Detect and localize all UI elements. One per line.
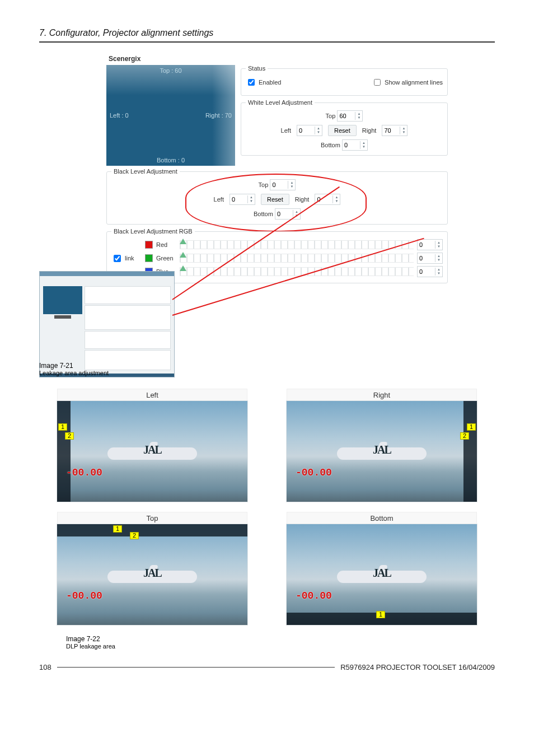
preview-bottom-label: Bottom : 0 [157,157,185,164]
leakage-left-cell: Left 1 2 JAL -00.00 [57,389,247,502]
black-level-rgb-legend: Black Level Adjustment RGB [111,228,195,235]
spinner-updown-icon[interactable]: ▲▼ [315,127,322,134]
scenergix-preview: Top : 60 Left : 0 Right : 70 Bottom : 0 [106,65,235,166]
page-section-header: 7. Configurator, Projector alignment set… [39,28,495,43]
marker-2: 2 [130,532,139,539]
white-top-input[interactable] [338,111,355,120]
black-left-spinner[interactable]: ▲▼ [229,194,255,205]
scenergix-panel: Scenergix Top : 60 Left : 0 Right : 70 B… [106,53,448,287]
spinner-updown-icon[interactable]: ▲▼ [247,195,255,203]
leakage-top-cell: Top 1 2 JAL -00.00 [57,512,247,625]
leakage-right-image: 1 2 JAL -00.00 [287,401,477,502]
black-right-label: Right [295,196,310,203]
leakage-left-title: Left [57,389,247,401]
black-bottom-spinner[interactable]: ▲▼ [275,208,301,220]
white-top-spinner[interactable]: ▲▼ [337,110,363,122]
spinner-updown-icon[interactable]: ▲▼ [400,127,407,134]
white-right-input[interactable] [382,126,400,135]
figure-7-22-text: DLP leakage area [66,643,495,650]
time-text: -00.00 [296,467,332,478]
spinner-updown-icon[interactable]: ▲▼ [435,254,442,262]
blue-value-input[interactable] [418,267,435,276]
marker-1: 1 [376,611,385,618]
mini-ctrl-3 [85,331,171,349]
doc-id: R5976924 PROJECTOR TOOLSET 16/04/2009 [340,663,495,671]
red-slider[interactable] [180,240,414,249]
white-level-fieldset: White Level Adjustment Top ▲▼ Left [241,99,448,156]
figure-7-21-id: Image 7-21 [39,362,109,370]
preview-top-label: Top : 60 [160,67,181,74]
mini-ctrl-2 [85,305,171,330]
black-bottom-input[interactable] [275,209,293,218]
white-bottom-spinner[interactable]: ▲▼ [342,139,368,151]
leakage-bottom-cell: Bottom 1 JAL -00.00 [287,512,477,625]
figure-7-22: Left 1 2 JAL -00.00 Right 1 2 JAL [39,389,495,625]
white-right-spinner[interactable]: ▲▼ [382,125,407,136]
link-checkbox-label: link [125,255,134,262]
status-fieldset: Status Enabled Show alignment lines [241,65,448,96]
spinner-updown-icon[interactable]: ▲▼ [288,181,295,189]
enabled-checkbox-input[interactable] [248,79,255,86]
figure-7-21: Scenergix Top : 60 Left : 0 Right : 70 B… [39,53,495,377]
black-left-input[interactable] [230,195,247,204]
green-swatch-icon [145,254,153,262]
logo-text: JAL [373,567,391,580]
white-reset-button[interactable]: Reset [328,125,357,136]
green-slider[interactable] [180,254,414,263]
spinner-updown-icon[interactable]: ▲▼ [332,195,340,203]
link-checkbox-input[interactable] [114,255,121,262]
marker-1: 1 [467,423,476,431]
status-legend: Status [246,65,268,72]
spinner-updown-icon[interactable]: ▲▼ [435,241,442,249]
white-right-label: Right [362,127,377,134]
spinner-updown-icon[interactable]: ▲▼ [355,112,362,120]
white-left-label: Left [281,127,291,134]
figure-7-21-caption: Image 7-21 Leakage area adjustment [39,362,109,376]
leakage-right-title: Right [287,389,477,401]
white-left-spinner[interactable]: ▲▼ [297,125,322,136]
white-left-input[interactable] [297,126,315,135]
time-text: -00.00 [66,467,102,478]
green-value-input[interactable] [418,254,435,263]
mini-ctrl-1 [85,286,171,304]
green-value-spinner[interactable]: ▲▼ [417,253,443,264]
page-footer: 108 R5976924 PROJECTOR TOOLSET 16/04/200… [39,663,495,671]
black-level-fieldset: Black Level Adjustment Top ▲▼ Left ▲▼ Re… [106,168,448,225]
black-reset-button[interactable]: Reset [261,194,289,205]
white-level-legend: White Level Adjustment [246,99,315,106]
black-top-input[interactable] [270,180,288,189]
marker-2: 2 [460,432,469,440]
preview-left-label: Left : 0 [110,112,129,119]
red-value-spinner[interactable]: ▲▼ [417,239,443,250]
red-swatch-icon [145,241,153,249]
scenergix-title: Scenergix [106,53,448,65]
green-label: Green [156,255,176,262]
logo-text: JAL [143,567,161,580]
white-top-label: Top [326,113,336,119]
white-bottom-label: Bottom [321,142,340,148]
figure-7-21-text: Leakage area adjustment [39,370,109,376]
time-text: -00.00 [66,590,102,601]
leakage-right-cell: Right 1 2 JAL -00.00 [287,389,477,502]
preview-right-label: Right : 70 [205,112,232,119]
spinner-updown-icon[interactable]: ▲▼ [360,141,367,149]
show-lines-checkbox-input[interactable] [374,79,381,86]
blue-value-spinner[interactable]: ▲▼ [417,266,443,277]
enabled-checkbox-label: Enabled [259,79,281,86]
leakage-left-image: 1 2 JAL -00.00 [57,401,247,502]
white-bottom-input[interactable] [343,141,360,150]
red-label: Red [156,241,176,248]
black-level-legend: Black Level Adjustment [111,168,180,175]
spinner-updown-icon[interactable]: ▲▼ [435,268,442,276]
figure-7-22-caption: Image 7-22 DLP leakage area [66,635,495,650]
leakage-top-title: Top [57,512,247,524]
show-lines-checkbox[interactable]: Show alignment lines [372,77,443,87]
enabled-checkbox[interactable]: Enabled [246,77,281,87]
marker-1: 1 [58,423,67,431]
black-top-spinner[interactable]: ▲▼ [270,179,296,190]
logo-text: JAL [143,444,161,456]
black-bottom-label: Bottom [254,211,273,217]
red-value-input[interactable] [418,240,435,249]
link-checkbox[interactable]: link [111,253,142,264]
leakage-bottom-title: Bottom [287,512,477,524]
